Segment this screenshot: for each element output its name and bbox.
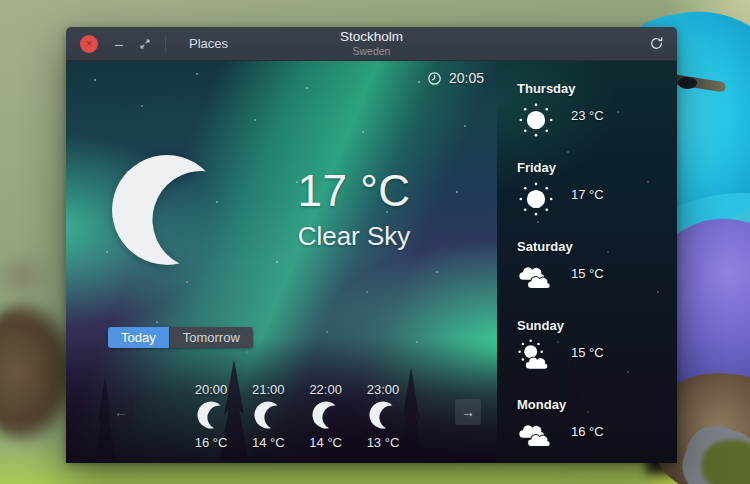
window-title: Stockholm Sweden <box>340 30 403 57</box>
country-subtitle: Sweden <box>340 46 403 58</box>
moon-icon <box>311 400 341 430</box>
wallpaper-twig <box>0 252 52 300</box>
day-label: Saturday <box>517 239 677 255</box>
clouds-icon <box>517 259 555 297</box>
hourly-item: 20:00 16 °C <box>186 382 236 450</box>
day-temp: 16 °C <box>571 424 604 439</box>
day-temp: 23 °C <box>571 108 604 123</box>
clock-icon <box>427 71 442 86</box>
daily-item: Thursday 23 °C <box>517 81 677 139</box>
tab-tomorrow[interactable]: Tomorrow <box>169 327 253 348</box>
day-temp: 15 °C <box>571 345 604 360</box>
moon-icon <box>253 400 283 430</box>
hour-temp: 16 °C <box>186 435 236 450</box>
daily-forecast-sidebar: Thursday 23 °C Friday 17 °C Saturday <box>497 61 677 463</box>
hour-label: 22:00 <box>301 382 351 397</box>
right-arrow-icon: → <box>461 404 475 420</box>
wallpaper-moss <box>702 440 750 484</box>
hour-temp: 14 °C <box>301 435 351 450</box>
tab-today[interactable]: Today <box>108 327 169 348</box>
day-label: Thursday <box>517 81 677 97</box>
stars <box>497 61 499 63</box>
refresh-button[interactable] <box>645 33 667 55</box>
daily-item: Sunday 15 °C <box>517 318 677 376</box>
clouds-icon <box>517 417 555 455</box>
current-readout: 17 °C Clear Sky <box>240 168 468 251</box>
sun-behind-cloud-icon <box>517 338 555 376</box>
day-temp: 15 °C <box>571 266 604 281</box>
refresh-icon <box>649 36 664 51</box>
left-arrow-icon: ← <box>114 404 128 420</box>
titlebar: ✕ – Places Stockholm Sweden <box>66 27 677 61</box>
hour-temp: 14 °C <box>243 435 293 450</box>
current-weather-pane: 20:05 17 °C Clear Sky Today Tomorrow <box>66 61 497 463</box>
titlebar-separator <box>165 36 166 52</box>
hourly-prev-button[interactable]: ← <box>108 399 134 425</box>
hour-label: 21:00 <box>243 382 293 397</box>
stars <box>66 61 68 63</box>
sun-icon <box>517 101 555 139</box>
places-button[interactable]: Places <box>179 33 238 54</box>
minimize-button[interactable]: – <box>111 36 127 52</box>
wallpaper-branch <box>0 302 76 442</box>
sun-icon <box>517 180 555 218</box>
close-button[interactable]: ✕ <box>80 35 98 53</box>
current-time: 20:05 <box>449 70 484 86</box>
current-condition: Clear Sky <box>240 221 468 252</box>
hour-label: 23:00 <box>358 382 408 397</box>
city-title: Stockholm <box>340 30 403 45</box>
current-temperature: 17 °C <box>240 168 468 214</box>
hourly-item: 21:00 14 °C <box>243 382 293 450</box>
daily-item: Monday 16 °C <box>517 397 677 455</box>
hourly-item: 23:00 13 °C <box>358 382 408 450</box>
desktop-wallpaper: ✕ – Places Stockholm Sweden <box>0 0 750 484</box>
moon-icon <box>106 149 228 271</box>
hour-temp: 13 °C <box>358 435 408 450</box>
bird-eye <box>678 77 697 89</box>
day-label: Monday <box>517 397 677 413</box>
daily-item: Saturday 15 °C <box>517 239 677 297</box>
moon-icon <box>196 400 226 430</box>
day-label: Friday <box>517 160 677 176</box>
hourly-forecast: 20:00 16 °C 21:00 14 °C 22:00 14 °C <box>186 382 408 450</box>
hour-label: 20:00 <box>186 382 236 397</box>
day-temp: 17 °C <box>571 187 604 202</box>
daily-item: Friday 17 °C <box>517 160 677 218</box>
hourly-next-button[interactable]: → <box>455 399 481 425</box>
hourly-item: 22:00 14 °C <box>301 382 351 450</box>
current-time-row: 20:05 <box>427 70 484 86</box>
moon-icon <box>368 400 398 430</box>
restore-button[interactable] <box>138 37 152 51</box>
restore-icon <box>139 38 151 50</box>
window-content: 20:05 17 °C Clear Sky Today Tomorrow <box>66 61 677 463</box>
current-conditions: 17 °C Clear Sky <box>106 149 468 271</box>
day-label: Sunday <box>517 318 677 334</box>
weather-app-window: ✕ – Places Stockholm Sweden <box>66 27 677 463</box>
day-tabs: Today Tomorrow <box>108 327 253 348</box>
